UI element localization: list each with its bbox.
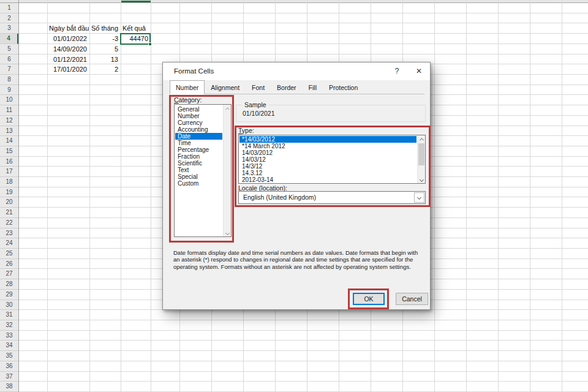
row-header-4[interactable]: 4	[0, 34, 18, 44]
close-icon[interactable]: ✕	[412, 62, 426, 80]
row-header-38[interactable]: 38	[0, 382, 18, 392]
type-listbox[interactable]: *14/03/2012*14 March 201214/03/201214/03…	[238, 135, 426, 184]
cell-B7[interactable]: 17/01/2020	[48, 64, 89, 75]
row-header-33[interactable]: 33	[0, 331, 18, 341]
row-header-5[interactable]: 5	[0, 44, 18, 55]
category-item[interactable]: Fraction	[175, 153, 222, 160]
type-item[interactable]: 2012-03-14	[239, 176, 417, 183]
row-header-9[interactable]: 9	[0, 85, 18, 96]
row-header-16[interactable]: 16	[0, 157, 18, 167]
row-header-28[interactable]: 28	[0, 279, 18, 290]
row-header-1[interactable]: 1	[0, 3, 18, 13]
dialog-tab[interactable]: Font	[246, 81, 271, 94]
cell-C7[interactable]: 2	[90, 64, 120, 75]
row-header-27[interactable]: 27	[0, 269, 18, 279]
row-header-35[interactable]: 35	[0, 351, 18, 361]
grid-column-line	[151, 0, 151, 392]
category-listbox[interactable]: GeneralNumberCurrencyAccountingDateTimeP…	[174, 104, 232, 237]
category-item[interactable]: Number	[175, 113, 222, 119]
cell-B6[interactable]: 01/12/2021	[48, 55, 89, 65]
dialog-tab[interactable]: Fill	[303, 81, 323, 94]
row-header-border	[18, 0, 19, 392]
type-item[interactable]: 14/03/2012	[239, 149, 417, 156]
locale-dropdown[interactable]: English (United Kingdom)	[238, 191, 426, 204]
dialog-titlebar[interactable]: Format Cells ? ✕	[163, 62, 430, 80]
row-header-12[interactable]: 12	[0, 116, 18, 126]
row-header-25[interactable]: 25	[0, 249, 18, 259]
scroll-down-icon[interactable]	[418, 176, 425, 183]
row-header-30[interactable]: 30	[0, 300, 18, 311]
scroll-down-icon[interactable]	[224, 229, 231, 236]
type-item[interactable]: *14/03/2012	[239, 136, 417, 143]
row-header-29[interactable]: 29	[0, 290, 18, 300]
ok-button[interactable]: OK	[353, 293, 385, 305]
scroll-up-icon[interactable]	[224, 105, 231, 112]
row-header-3[interactable]: 3	[0, 23, 18, 34]
category-item[interactable]: Percentage	[175, 146, 222, 153]
cell-B3[interactable]: Ngày bắt đầu	[48, 23, 89, 34]
row-header-37[interactable]: 37	[0, 372, 18, 382]
dialog-tab[interactable]: Number	[170, 80, 205, 94]
row-header-13[interactable]: 13	[0, 126, 18, 137]
category-scrollbar[interactable]	[223, 105, 231, 236]
row-header-34[interactable]: 34	[0, 341, 18, 351]
category-item[interactable]: Custom	[175, 180, 222, 187]
row-header-32[interactable]: 32	[0, 320, 18, 331]
row-header-11[interactable]: 11	[0, 105, 18, 116]
category-item[interactable]: Date	[175, 133, 222, 140]
excel-window: 1234567891011121314151617181920212223242…	[0, 0, 588, 392]
row-header-24[interactable]: 24	[0, 238, 18, 249]
row-header-15[interactable]: 15	[0, 146, 18, 157]
row-header-8[interactable]: 8	[0, 75, 18, 85]
row-header-14[interactable]: 14	[0, 136, 18, 146]
cancel-button[interactable]: Cancel	[396, 293, 428, 305]
category-item[interactable]: Time	[175, 140, 222, 146]
fill-handle[interactable]	[148, 42, 152, 46]
category-item[interactable]: Accounting	[175, 126, 222, 133]
type-scrollbar[interactable]	[417, 135, 425, 183]
row-header-31[interactable]: 31	[0, 310, 18, 320]
cell-C6[interactable]: 13	[90, 55, 120, 65]
scrollbar-thumb[interactable]	[418, 143, 424, 165]
row-header-2[interactable]: 2	[0, 13, 18, 24]
dialog-tab[interactable]: Border	[271, 81, 303, 94]
category-label: Category:	[174, 96, 202, 104]
cell-B5[interactable]: 14/09/2020	[48, 44, 89, 55]
row-header-20[interactable]: 20	[0, 197, 18, 208]
row-header-23[interactable]: 23	[0, 228, 18, 239]
row-header-21[interactable]: 21	[0, 208, 18, 218]
dialog-tab[interactable]: Protection	[323, 81, 364, 94]
row-header-26[interactable]: 26	[0, 259, 18, 270]
help-icon[interactable]: ?	[391, 62, 403, 80]
grid-column-line	[562, 0, 562, 392]
column-header-strip	[0, 0, 588, 3]
row-header-18[interactable]: 18	[0, 177, 18, 187]
cell-C5[interactable]: 5	[90, 44, 120, 55]
row-header-22[interactable]: 22	[0, 218, 18, 228]
type-item[interactable]: 14/3/12	[239, 163, 417, 170]
row-header-19[interactable]: 19	[0, 187, 18, 198]
selected-cell-outline[interactable]	[120, 33, 151, 45]
category-item[interactable]: Special	[175, 173, 222, 180]
grid-column-line	[466, 0, 467, 392]
type-item[interactable]: *14 March 2012	[239, 143, 417, 149]
category-item[interactable]: Text	[175, 167, 222, 173]
row-header-17[interactable]: 17	[0, 167, 18, 177]
cell-B4[interactable]: 01/01/2022	[48, 34, 89, 44]
type-item[interactable]: 14.3.12	[239, 170, 417, 176]
selected-column-indicator	[121, 1, 151, 2]
cell-C4[interactable]: -3	[90, 34, 120, 44]
dialog-tab[interactable]: Alignment	[205, 81, 246, 94]
description-line: an asterisk (*) respond to changes in re…	[173, 256, 428, 263]
row-header-7[interactable]: 7	[0, 64, 18, 75]
row-header-6[interactable]: 6	[0, 55, 18, 65]
row-header-36[interactable]: 36	[0, 361, 18, 372]
type-item[interactable]: 14/03/12	[239, 156, 417, 163]
category-item[interactable]: General	[175, 106, 222, 113]
category-item[interactable]: Currency	[175, 119, 222, 126]
row-header-10[interactable]: 10	[0, 95, 18, 105]
chevron-down-icon[interactable]	[414, 192, 424, 203]
scroll-up-icon[interactable]	[418, 135, 425, 143]
cell-C3[interactable]: Số tháng	[90, 23, 120, 34]
category-item[interactable]: Scientific	[175, 160, 222, 167]
